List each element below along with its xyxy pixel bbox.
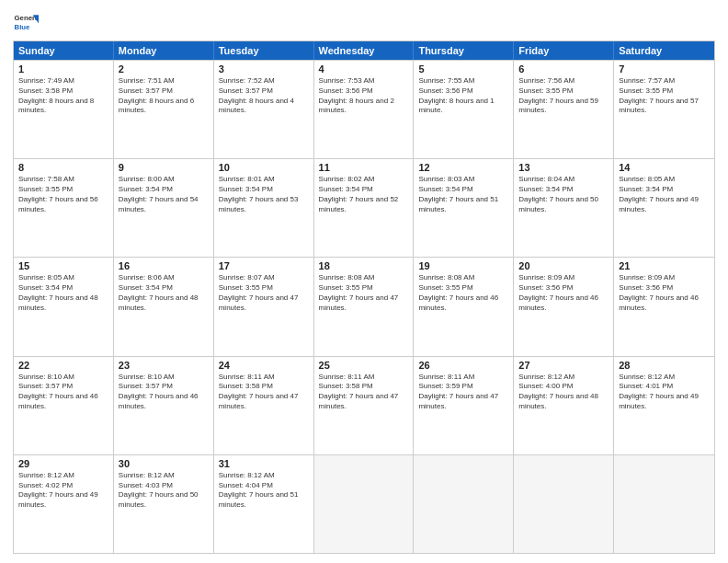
week-row-4: 22 Sunrise: 8:10 AM Sunset: 3:57 PM Dayl… — [14, 356, 714, 454]
day-cell-27: 27 Sunrise: 8:12 AM Sunset: 4:00 PM Dayl… — [514, 357, 614, 454]
cell-info: Sunrise: 8:00 AM Sunset: 3:54 PM Dayligh… — [119, 175, 209, 214]
day-cell-4: 4 Sunrise: 7:53 AM Sunset: 3:56 PM Dayli… — [314, 61, 415, 158]
cell-info: Sunrise: 8:12 AM Sunset: 4:04 PM Dayligh… — [219, 471, 309, 511]
cell-info: Sunrise: 8:07 AM Sunset: 3:55 PM Dayligh… — [219, 273, 309, 313]
day-number: 29 — [18, 458, 108, 469]
day-cell-29: 29 Sunrise: 8:12 AM Sunset: 4:02 PM Dayl… — [14, 455, 114, 553]
cell-info: Sunrise: 7:52 AM Sunset: 3:57 PM Dayligh… — [219, 76, 309, 116]
day-number: 16 — [119, 260, 209, 271]
cell-info: Sunrise: 8:12 AM Sunset: 4:00 PM Dayligh… — [518, 373, 609, 412]
header: General Blue — [13, 9, 715, 35]
day-number: 19 — [418, 260, 508, 271]
day-number: 10 — [219, 162, 309, 173]
day-number: 2 — [119, 63, 209, 75]
day-cell-16: 16 Sunrise: 8:06 AM Sunset: 3:54 PM Dayl… — [114, 258, 214, 355]
day-number: 13 — [518, 162, 609, 173]
day-cell-30: 30 Sunrise: 8:12 AM Sunset: 4:03 PM Dayl… — [114, 455, 214, 553]
day-number: 22 — [18, 360, 108, 371]
cell-info: Sunrise: 7:51 AM Sunset: 3:57 PM Dayligh… — [119, 76, 209, 116]
empty-cell — [514, 455, 614, 553]
cell-info: Sunrise: 8:02 AM Sunset: 3:54 PM Dayligh… — [319, 175, 409, 214]
cell-info: Sunrise: 8:05 AM Sunset: 3:54 PM Dayligh… — [619, 175, 710, 214]
logo: General Blue — [13, 9, 39, 35]
cell-info: Sunrise: 8:06 AM Sunset: 3:54 PM Dayligh… — [119, 273, 209, 313]
day-number: 15 — [18, 260, 108, 271]
day-number: 3 — [219, 63, 309, 75]
day-cell-22: 22 Sunrise: 8:10 AM Sunset: 3:57 PM Dayl… — [14, 357, 114, 454]
day-header-monday: Monday — [114, 41, 214, 60]
cell-info: Sunrise: 8:01 AM Sunset: 3:54 PM Dayligh… — [219, 175, 309, 214]
cell-info: Sunrise: 8:09 AM Sunset: 3:56 PM Dayligh… — [518, 273, 609, 313]
day-cell-31: 31 Sunrise: 8:12 AM Sunset: 4:04 PM Dayl… — [214, 455, 314, 553]
day-cell-2: 2 Sunrise: 7:51 AM Sunset: 3:57 PM Dayli… — [114, 61, 214, 158]
day-number: 11 — [319, 162, 409, 173]
empty-cell — [314, 455, 415, 553]
day-cell-3: 3 Sunrise: 7:52 AM Sunset: 3:57 PM Dayli… — [214, 61, 314, 158]
day-cell-28: 28 Sunrise: 8:12 AM Sunset: 4:01 PM Dayl… — [614, 357, 714, 454]
cell-info: Sunrise: 8:03 AM Sunset: 3:54 PM Dayligh… — [418, 175, 508, 214]
day-cell-17: 17 Sunrise: 8:07 AM Sunset: 3:55 PM Dayl… — [214, 258, 314, 355]
day-header-saturday: Saturday — [614, 41, 714, 60]
cell-info: Sunrise: 8:08 AM Sunset: 3:55 PM Dayligh… — [418, 273, 508, 313]
svg-text:Blue: Blue — [15, 23, 31, 31]
day-number: 26 — [418, 360, 508, 371]
calendar-header: SundayMondayTuesdayWednesdayThursdayFrid… — [14, 41, 714, 60]
calendar: SundayMondayTuesdayWednesdayThursdayFrid… — [13, 40, 715, 554]
empty-cell — [614, 455, 714, 553]
day-number: 23 — [119, 360, 209, 371]
day-cell-12: 12 Sunrise: 8:03 AM Sunset: 3:54 PM Dayl… — [414, 159, 514, 257]
day-number: 1 — [18, 63, 108, 75]
day-number: 31 — [219, 458, 309, 469]
day-number: 27 — [518, 360, 609, 371]
cell-info: Sunrise: 8:11 AM Sunset: 3:58 PM Dayligh… — [319, 373, 409, 412]
cell-info: Sunrise: 8:12 AM Sunset: 4:02 PM Dayligh… — [18, 471, 108, 511]
day-number: 17 — [219, 260, 309, 271]
day-cell-5: 5 Sunrise: 7:55 AM Sunset: 3:56 PM Dayli… — [414, 61, 514, 158]
day-cell-14: 14 Sunrise: 8:05 AM Sunset: 3:54 PM Dayl… — [614, 159, 714, 257]
day-number: 5 — [418, 63, 508, 75]
day-cell-24: 24 Sunrise: 8:11 AM Sunset: 3:58 PM Dayl… — [214, 357, 314, 454]
day-cell-8: 8 Sunrise: 7:58 AM Sunset: 3:55 PM Dayli… — [14, 159, 114, 257]
day-header-thursday: Thursday — [414, 41, 514, 60]
cell-info: Sunrise: 8:12 AM Sunset: 4:01 PM Dayligh… — [619, 373, 710, 412]
cell-info: Sunrise: 8:05 AM Sunset: 3:54 PM Dayligh… — [18, 273, 108, 313]
cell-info: Sunrise: 7:49 AM Sunset: 3:58 PM Dayligh… — [18, 76, 108, 116]
week-row-2: 8 Sunrise: 7:58 AM Sunset: 3:55 PM Dayli… — [14, 158, 714, 257]
day-header-wednesday: Wednesday — [314, 41, 415, 60]
day-number: 4 — [319, 63, 409, 75]
day-cell-15: 15 Sunrise: 8:05 AM Sunset: 3:54 PM Dayl… — [14, 258, 114, 355]
cell-info: Sunrise: 8:11 AM Sunset: 3:59 PM Dayligh… — [418, 373, 508, 412]
day-number: 28 — [619, 360, 710, 371]
day-cell-13: 13 Sunrise: 8:04 AM Sunset: 3:54 PM Dayl… — [514, 159, 614, 257]
cell-info: Sunrise: 8:12 AM Sunset: 4:03 PM Dayligh… — [119, 471, 209, 511]
day-cell-10: 10 Sunrise: 8:01 AM Sunset: 3:54 PM Dayl… — [214, 159, 314, 257]
cell-info: Sunrise: 8:09 AM Sunset: 3:56 PM Dayligh… — [619, 273, 710, 313]
day-header-tuesday: Tuesday — [214, 41, 314, 60]
empty-cell — [414, 455, 514, 553]
page: General Blue SundayMondayTuesdayWednesda… — [0, 0, 728, 563]
cell-info: Sunrise: 7:58 AM Sunset: 3:55 PM Dayligh… — [18, 175, 108, 214]
day-cell-11: 11 Sunrise: 8:02 AM Sunset: 3:54 PM Dayl… — [314, 159, 415, 257]
day-number: 24 — [219, 360, 309, 371]
week-row-5: 29 Sunrise: 8:12 AM Sunset: 4:02 PM Dayl… — [14, 454, 714, 553]
day-number: 6 — [518, 63, 609, 75]
day-number: 9 — [119, 162, 209, 173]
day-cell-7: 7 Sunrise: 7:57 AM Sunset: 3:55 PM Dayli… — [614, 61, 714, 158]
cell-info: Sunrise: 7:56 AM Sunset: 3:55 PM Dayligh… — [518, 76, 609, 116]
cell-info: Sunrise: 8:11 AM Sunset: 3:58 PM Dayligh… — [219, 373, 309, 412]
logo-icon: General Blue — [13, 9, 39, 35]
day-cell-19: 19 Sunrise: 8:08 AM Sunset: 3:55 PM Dayl… — [414, 258, 514, 355]
day-cell-20: 20 Sunrise: 8:09 AM Sunset: 3:56 PM Dayl… — [514, 258, 614, 355]
cell-info: Sunrise: 8:10 AM Sunset: 3:57 PM Dayligh… — [18, 373, 108, 412]
day-number: 7 — [619, 63, 710, 75]
day-number: 14 — [619, 162, 710, 173]
day-cell-26: 26 Sunrise: 8:11 AM Sunset: 3:59 PM Dayl… — [414, 357, 514, 454]
day-number: 21 — [619, 260, 710, 271]
day-cell-25: 25 Sunrise: 8:11 AM Sunset: 3:58 PM Dayl… — [314, 357, 415, 454]
day-cell-9: 9 Sunrise: 8:00 AM Sunset: 3:54 PM Dayli… — [114, 159, 214, 257]
day-cell-6: 6 Sunrise: 7:56 AM Sunset: 3:55 PM Dayli… — [514, 61, 614, 158]
day-number: 8 — [18, 162, 108, 173]
day-cell-23: 23 Sunrise: 8:10 AM Sunset: 3:57 PM Dayl… — [114, 357, 214, 454]
day-number: 30 — [119, 458, 209, 469]
calendar-body: 1 Sunrise: 7:49 AM Sunset: 3:58 PM Dayli… — [14, 60, 714, 553]
